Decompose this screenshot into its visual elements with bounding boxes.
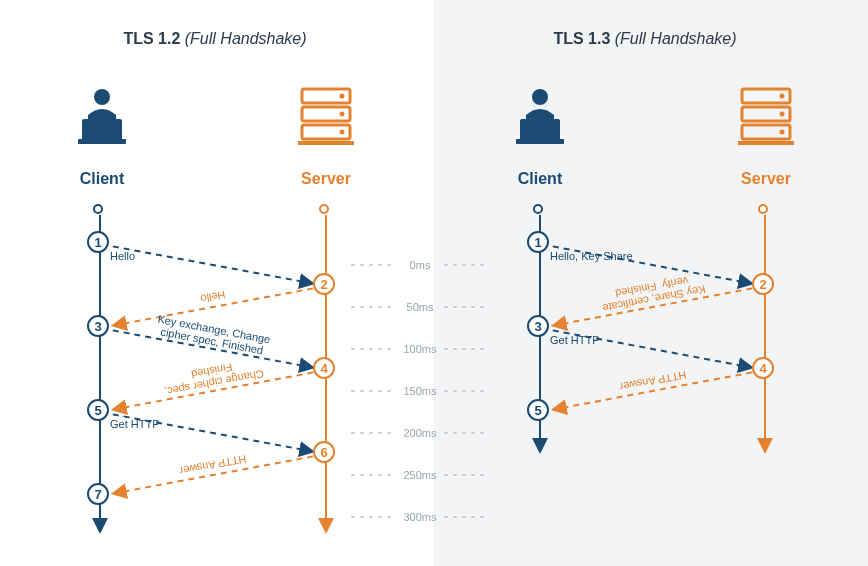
svg-point-6 [340,94,345,99]
client-icon [74,85,130,149]
svg-rect-9 [298,141,354,145]
server-icon [296,85,356,151]
svg-point-17 [780,112,785,117]
right-title: TLS 1.3 (Full Handshake) [520,30,770,48]
step-node-1: 1 [87,231,109,253]
right-title-bold: TLS 1.3 [553,30,610,47]
step-node-5: 5 [527,399,549,421]
step-node-4: 4 [313,357,335,379]
message-label: Hello, Key Share [550,250,633,262]
svg-rect-11 [520,119,560,141]
svg-point-16 [780,94,785,99]
timeline-label: 0ms [395,259,445,271]
step-node-2: 2 [313,273,335,295]
message-label: Get HTTP [550,334,600,346]
timeline-label: 200ms [395,427,445,439]
step-node-1: 1 [527,231,549,253]
step-node-5: 5 [87,399,109,421]
timeline-label: 100ms [395,343,445,355]
timeline-label: 50ms [395,301,445,313]
left-title-ital: (Full Handshake) [185,30,307,47]
timeline-label: 250ms [395,469,445,481]
step-node-6: 6 [313,441,335,463]
right-title-ital: (Full Handshake) [615,30,737,47]
right-client-label: Client [512,170,568,188]
left-client-label: Client [74,170,130,188]
left-title-bold: TLS 1.2 [123,30,180,47]
diagram-canvas: TLS 1.2 (Full Handshake) TLS 1.3 (Full H… [0,0,868,566]
server-icon [736,85,796,151]
timeline-label: 150ms [395,385,445,397]
lifeline-start-dot [319,204,329,214]
lifeline-start-dot [758,204,768,214]
client-icon [512,85,568,149]
timeline-label: 300ms [395,511,445,523]
svg-rect-19 [738,141,794,145]
left-background [0,0,434,566]
step-node-4: 4 [752,357,774,379]
lifeline-start-dot [533,204,543,214]
message-label: Hello [110,250,135,262]
svg-point-0 [94,89,110,105]
left-title: TLS 1.2 (Full Handshake) [90,30,340,48]
svg-point-10 [532,89,548,105]
svg-rect-2 [78,139,126,144]
step-node-3: 3 [87,315,109,337]
left-server-label: Server [298,170,354,188]
svg-rect-12 [516,139,564,144]
step-node-2: 2 [752,273,774,295]
message-label: Get HTTP [110,418,160,430]
step-node-3: 3 [527,315,549,337]
step-node-7: 7 [87,483,109,505]
right-server-label: Server [738,170,794,188]
svg-point-7 [340,112,345,117]
svg-point-18 [780,130,785,135]
svg-point-8 [340,130,345,135]
lifeline-start-dot [93,204,103,214]
svg-rect-1 [82,119,122,141]
